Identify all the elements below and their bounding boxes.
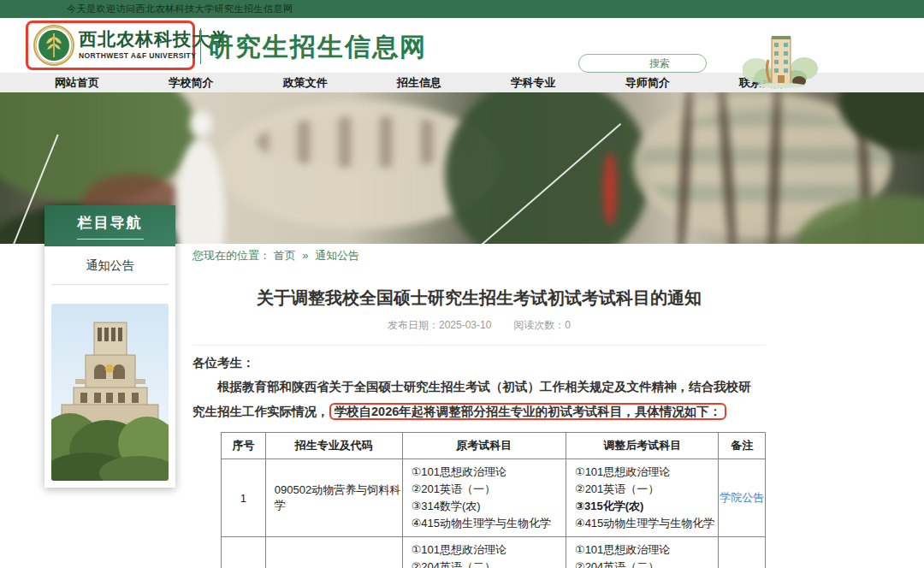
cell-original-subjects: ①101思想政治理论②204英语（二）③340农业知识综合二（畜牧）④857畜牧… xyxy=(402,537,566,568)
page: 今天是欢迎访问西北农林科技大学研究生招生信息网 西北农林科技大学 NORTHWE… xyxy=(0,0,924,568)
subject-line: ②204英语（二） xyxy=(412,559,562,568)
subject-line: ①101思想政治理论 xyxy=(575,541,714,559)
cell-major: 095133畜牧 xyxy=(265,537,402,568)
nav-item-1[interactable]: 学校简介 xyxy=(169,75,213,91)
university-name-cn: 西北农林科技大学 xyxy=(79,31,229,49)
header-vertical-divider xyxy=(200,28,201,64)
site-header: 西北农林科技大学 NORTHWEST A&F UNIVERSITY 研究生招生信… xyxy=(0,18,924,73)
breadcrumb-separator: » xyxy=(302,249,308,262)
subject-line: ③314数学(农) xyxy=(412,498,562,515)
page-title: 关于调整我校全国硕士研究生招生考试初试考试科目的通知 xyxy=(192,287,766,310)
cell-original-subjects: ①101思想政治理论②201英语（一）③314数学(农)④415动物生理学与生物… xyxy=(402,459,566,537)
university-name-en: NORTHWEST A&F UNIVERSITY xyxy=(79,52,229,60)
exam-subjects-table: 序号招生专业及代码原考试科目调整后考试科目备注 1090502动物营养与饲料科学… xyxy=(221,432,766,568)
breadcrumb-home-link[interactable]: 首页 xyxy=(274,249,296,262)
subject-line: ①101思想政治理论 xyxy=(412,541,562,559)
column-header: 序号 xyxy=(222,433,266,459)
nav-item-4[interactable]: 学科专业 xyxy=(511,75,555,91)
banner-red-flag xyxy=(603,152,617,225)
sidebar-tower-photo xyxy=(51,304,169,481)
publish-date: 2025-03-10 xyxy=(439,319,491,331)
highlighted-text: 学校自2026年起将调整部分招生专业的初试考试科目，具体情况如下： xyxy=(329,403,727,420)
cell-note: 学院公告 xyxy=(719,537,766,568)
subject-line: ②201英语（一） xyxy=(412,481,562,498)
breadcrumb: 您现在的位置： 首页 » 通知公告 xyxy=(192,248,766,263)
sidebar-title: 栏目导航 xyxy=(44,205,175,246)
table-row: 2095133畜牧①101思想政治理论②204英语（二）③340农业知识综合二（… xyxy=(222,537,766,568)
banner-statue xyxy=(190,111,212,137)
search-box[interactable]: 搜索 xyxy=(578,54,707,73)
banner-tree xyxy=(445,92,650,244)
breadcrumb-current-link[interactable]: 通知公告 xyxy=(315,249,359,262)
article-paragraph: 根据教育部和陕西省关于全国硕士研究生招生考试（初试）工作相关规定及文件精神，结合… xyxy=(192,375,762,424)
subject-line: ①101思想政治理论 xyxy=(575,464,714,481)
meta-divider xyxy=(192,345,766,346)
cell-index: 1 xyxy=(222,459,266,537)
cell-adjusted-subjects: ①101思想政治理论②201英语（一）③315化学(农)④415动物生理学与生物… xyxy=(566,459,718,537)
column-header: 原考试科目 xyxy=(402,433,566,459)
campus-building-illustration xyxy=(743,34,818,88)
subject-line: ④415动物生理学与生物化学 xyxy=(575,515,714,532)
article-meta: 发布日期：2025-03-10阅读次数：0 xyxy=(192,318,766,333)
subject-line: ②204英语（二） xyxy=(575,559,714,568)
nav-item-5[interactable]: 导师简介 xyxy=(625,75,670,91)
exam-table-body: 1090502动物营养与饲料科学①101思想政治理论②201英语（一）③314数… xyxy=(222,459,766,568)
college-notice-link[interactable]: 学院公告 xyxy=(720,491,764,504)
cell-note: 学院公告 xyxy=(719,459,766,537)
sidebar-item-notices[interactable]: 通知公告 xyxy=(51,258,169,285)
nav-item-2[interactable]: 政策文件 xyxy=(283,75,328,91)
column-header: 备注 xyxy=(719,433,766,459)
main-nav-list: 网站首页学校简介政策文件招生信息学科专业导师简介联系我们 xyxy=(55,75,784,91)
search-input[interactable] xyxy=(579,56,649,71)
university-name-block: 西北农林科技大学 NORTHWEST A&F UNIVERSITY xyxy=(79,31,229,60)
welcome-text: 今天是欢迎访问西北农林科技大学研究生招生信息网 xyxy=(67,3,293,14)
site-title: 研究生招生信息网 xyxy=(208,30,427,65)
sidebar-title-underline xyxy=(77,239,144,240)
breadcrumb-prefix: 您现在的位置： xyxy=(192,249,270,262)
subject-line: ④415动物生理学与生物化学 xyxy=(412,515,562,532)
cell-adjusted-subjects: ①101思想政治理论②204英语（二）③340农业知识综合二④857畜牧学概论 xyxy=(566,537,718,568)
nav-item-3[interactable]: 招生信息 xyxy=(397,75,441,91)
read-count-label: 阅读次数： xyxy=(513,319,565,331)
publish-date-label: 发布日期： xyxy=(388,319,439,331)
sidebar-title-label: 栏目导航 xyxy=(78,213,143,233)
topbar: 今天是欢迎访问西北农林科技大学研究生招生信息网 xyxy=(0,0,924,18)
read-count: 0 xyxy=(565,319,571,331)
university-logo-highlight-box[interactable]: 西北农林科技大学 NORTHWEST A&F UNIVERSITY xyxy=(26,21,195,70)
main-content: 您现在的位置： 首页 » 通知公告 关于调整我校全国硕士研究生招生考试初试考试科… xyxy=(192,248,766,568)
subject-line: ①101思想政治理论 xyxy=(412,464,562,481)
exam-table-header-row: 序号招生专业及代码原考试科目调整后考试科目备注 xyxy=(222,433,766,459)
salutation: 各位考生： xyxy=(192,355,766,371)
university-seal-icon xyxy=(33,25,74,66)
sidebar-body: 通知公告 xyxy=(44,246,175,488)
sidebar: 栏目导航 通知公告 xyxy=(44,205,175,488)
nav-item-0[interactable]: 网站首页 xyxy=(55,75,99,91)
subject-line: ③315化学(农) xyxy=(575,498,714,515)
column-header: 调整后考试科目 xyxy=(566,433,718,459)
search-button[interactable]: 搜索 xyxy=(649,56,670,71)
table-row: 1090502动物营养与饲料科学①101思想政治理论②201英语（一）③314数… xyxy=(222,459,766,537)
subject-line: ②201英语（一） xyxy=(575,481,714,498)
cell-index: 2 xyxy=(222,537,266,568)
cell-major: 090502动物营养与饲料科学 xyxy=(265,459,402,537)
column-header: 招生专业及代码 xyxy=(265,433,402,459)
